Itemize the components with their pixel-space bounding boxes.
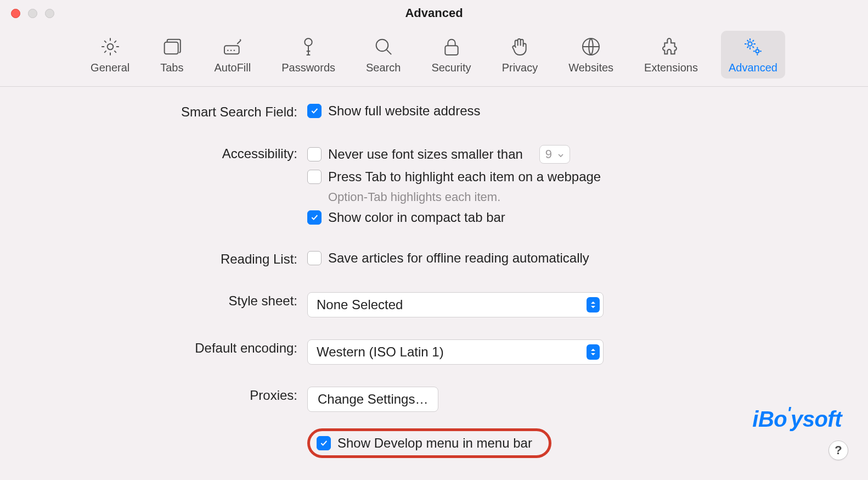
reading-list-label: Reading List: <box>0 250 307 267</box>
autofill-icon <box>221 35 244 58</box>
smart-search-label: Smart Search Field: <box>0 103 307 120</box>
help-button[interactable]: ? <box>828 440 848 460</box>
style-sheet-label: Style sheet: <box>0 292 307 309</box>
tab-label: Privacy <box>502 62 538 74</box>
tab-general[interactable]: General <box>83 31 137 79</box>
font-size-select[interactable]: 9 <box>539 145 570 164</box>
minimize-window-button[interactable] <box>28 9 37 18</box>
show-develop-menu-checkbox[interactable] <box>317 436 331 450</box>
tab-security[interactable]: Security <box>424 31 478 79</box>
tab-extensions[interactable]: Extensions <box>636 31 706 79</box>
window-title: Advanced <box>405 6 463 20</box>
hand-icon <box>508 35 531 58</box>
show-full-address-checkbox[interactable] <box>307 104 322 118</box>
press-tab-label: Press Tab to highlight each item on a we… <box>328 169 601 185</box>
default-encoding-value: Western (ISO Latin 1) <box>317 344 444 360</box>
select-stepper-icon <box>587 297 600 312</box>
tab-label: Advanced <box>729 62 777 74</box>
never-font-smaller-label: Never use font sizes smaller than <box>328 147 523 162</box>
preferences-toolbar: General Tabs AutoFill Passwords Search S… <box>0 26 868 87</box>
tab-privacy[interactable]: Privacy <box>494 31 546 79</box>
default-encoding-label: Default encoding: <box>0 339 307 356</box>
select-stepper-icon <box>587 344 600 360</box>
tab-label: Security <box>431 62 471 74</box>
search-icon <box>372 35 395 58</box>
font-size-value: 9 <box>545 147 552 161</box>
watermark-logo: iBo'ysoft <box>752 407 842 432</box>
svg-rect-1 <box>165 42 178 54</box>
svg-rect-5 <box>445 46 458 55</box>
style-sheet-value: None Selected <box>317 297 403 312</box>
traffic-lights <box>0 9 54 18</box>
show-color-compact-checkbox[interactable] <box>307 210 322 225</box>
never-font-smaller-checkbox[interactable] <box>307 147 322 161</box>
lock-icon <box>440 35 463 58</box>
tab-tabs[interactable]: Tabs <box>153 31 191 79</box>
show-develop-menu-label: Show Develop menu in menu bar <box>337 436 532 451</box>
show-full-address-label: Show full website address <box>328 103 480 119</box>
content-area: Smart Search Field: Show full website ad… <box>0 87 868 458</box>
style-sheet-select[interactable]: None Selected <box>307 292 604 317</box>
tabs-icon <box>160 35 183 58</box>
default-encoding-select[interactable]: Western (ISO Latin 1) <box>307 339 604 365</box>
show-color-compact-label: Show color in compact tab bar <box>328 210 505 225</box>
press-tab-checkbox[interactable] <box>307 170 322 184</box>
tab-label: Tabs <box>160 62 183 74</box>
option-tab-hint: Option-Tab highlights each item. <box>307 190 601 204</box>
tab-search[interactable]: Search <box>358 31 408 79</box>
titlebar: Advanced <box>0 0 868 26</box>
gear-icon <box>99 35 122 58</box>
save-articles-label: Save articles for offline reading automa… <box>328 250 589 266</box>
svg-point-3 <box>305 38 312 46</box>
gears-icon <box>741 35 764 58</box>
tab-autofill[interactable]: AutoFill <box>206 31 258 79</box>
tab-label: Websites <box>568 62 613 74</box>
svg-point-0 <box>107 44 113 50</box>
tab-passwords[interactable]: Passwords <box>274 31 343 79</box>
tab-label: Extensions <box>644 62 698 74</box>
tab-websites[interactable]: Websites <box>561 31 621 79</box>
maximize-window-button[interactable] <box>45 9 54 18</box>
save-articles-checkbox[interactable] <box>307 251 322 265</box>
develop-menu-highlight: Show Develop menu in menu bar <box>307 428 551 458</box>
tab-label: Passwords <box>281 62 335 74</box>
tab-label: AutoFill <box>214 62 251 74</box>
tab-label: Search <box>366 62 401 74</box>
tab-advanced[interactable]: Advanced <box>721 31 785 79</box>
accessibility-label: Accessibility: <box>0 145 307 161</box>
svg-point-7 <box>748 42 752 46</box>
key-icon <box>297 35 320 58</box>
svg-point-4 <box>376 40 388 52</box>
tab-label: General <box>91 62 129 74</box>
change-settings-button[interactable]: Change Settings… <box>307 387 438 412</box>
close-window-button[interactable] <box>11 9 20 18</box>
svg-point-8 <box>756 49 759 53</box>
globe-icon <box>579 35 602 58</box>
proxies-label: Proxies: <box>0 387 307 403</box>
puzzle-icon <box>660 35 683 58</box>
chevron-down-icon <box>557 147 564 161</box>
